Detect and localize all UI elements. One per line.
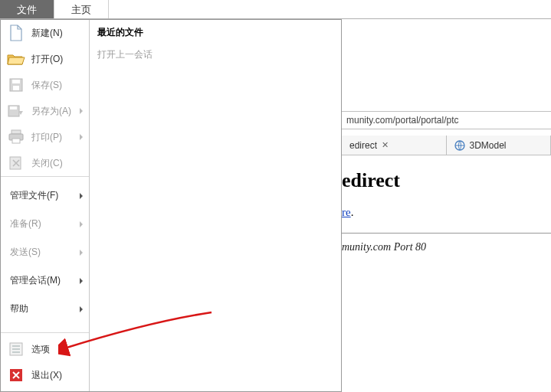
menu-label: 保存(S) — [31, 79, 83, 92]
save-as-icon — [7, 103, 25, 119]
browser-tab-label: edirect — [349, 140, 377, 151]
page-footer: munity.com Port 80 — [342, 241, 551, 253]
close-icon[interactable]: ✕ — [382, 140, 389, 150]
menu-manage-files[interactable]: 管理文件(F) — [1, 181, 89, 210]
menu-close: 关闭(C) — [1, 150, 89, 176]
close-file-icon — [7, 155, 25, 172]
recent-open-last[interactable]: 打开上一会话 — [97, 48, 333, 61]
address-bar[interactable]: munity.com/portal/portal/ptc — [342, 111, 551, 129]
page-link[interactable]: re — [342, 206, 351, 218]
folder-open-icon — [7, 51, 25, 67]
menu-label: 管理会话(M) — [10, 275, 61, 286]
ribbon-tabs: 文件 主页 — [0, 0, 551, 19]
menu-label: 另存为(A) — [31, 105, 74, 118]
browser-tabs: edirect ✕ 3DModel — [342, 136, 551, 155]
menu-save-as: 另存为(A) — [1, 98, 89, 124]
file-menu: 新建(N) 打开(O) 保存(S) 另存为(A) — [0, 19, 342, 392]
globe-icon — [454, 140, 465, 151]
menu-help[interactable]: 帮助 — [1, 295, 89, 323]
chevron-right-icon — [80, 221, 83, 227]
print-icon — [7, 129, 25, 145]
page-body: edirect re. munity.com Port 80 — [342, 155, 551, 392]
menu-label: 关闭(C) — [31, 157, 83, 170]
menu-manage-sessions[interactable]: 管理会话(M) — [1, 266, 89, 295]
menu-options[interactable]: 选项 — [1, 336, 89, 362]
menu-label: 打印(P) — [31, 131, 74, 144]
file-menu-left: 新建(N) 打开(O) 保存(S) 另存为(A) — [1, 20, 90, 391]
svg-rect-5 — [10, 106, 17, 109]
browser-tab-2[interactable]: 3DModel — [447, 136, 552, 155]
menu-label: 退出(X) — [31, 369, 83, 382]
menu-label: 选项 — [31, 343, 83, 356]
save-icon — [7, 77, 25, 93]
menu-label: 打开(O) — [31, 53, 83, 66]
svg-rect-6 — [11, 130, 21, 134]
menu-send: 发送(S) — [1, 238, 89, 266]
chevron-right-icon — [80, 193, 83, 199]
menu-save: 保存(S) — [1, 72, 89, 98]
svg-rect-8 — [12, 139, 20, 143]
options-icon — [7, 341, 25, 358]
menu-label: 新建(N) — [31, 27, 83, 40]
new-file-icon — [7, 24, 25, 41]
menu-label: 管理文件(F) — [10, 190, 58, 201]
page-link-suffix: . — [351, 206, 354, 218]
menu-print: 打印(P) — [1, 124, 89, 150]
svg-rect-2 — [12, 80, 20, 83]
chevron-right-icon — [80, 134, 83, 140]
menu-label: 准备(R) — [10, 218, 41, 229]
background-content: munity.com/portal/portal/ptc edirect ✕ 3… — [342, 19, 551, 392]
browser-tab-1[interactable]: edirect ✕ — [342, 136, 447, 155]
chevron-right-icon — [80, 278, 83, 284]
menu-new[interactable]: 新建(N) — [1, 20, 89, 46]
page-heading: edirect — [342, 169, 551, 192]
menu-open[interactable]: 打开(O) — [1, 46, 89, 72]
menu-label: 发送(S) — [10, 247, 41, 257]
address-text: munity.com/portal/portal/ptc — [346, 115, 459, 126]
tab-home[interactable]: 主页 — [54, 0, 109, 18]
chevron-right-icon — [80, 306, 83, 312]
chevron-right-icon — [80, 250, 83, 256]
recent-files-panel: 最近的文件 打开上一会话 — [90, 20, 341, 391]
divider — [342, 233, 551, 234]
tab-file[interactable]: 文件 — [0, 0, 54, 18]
menu-prepare: 准备(R) — [1, 210, 89, 238]
browser-tab-label: 3DModel — [470, 140, 507, 151]
menu-exit[interactable]: 退出(X) — [1, 362, 89, 388]
chevron-right-icon — [80, 108, 83, 114]
menu-label: 帮助 — [10, 303, 28, 314]
recent-title: 最近的文件 — [97, 26, 333, 39]
svg-rect-3 — [13, 86, 19, 90]
exit-icon — [7, 367, 25, 384]
